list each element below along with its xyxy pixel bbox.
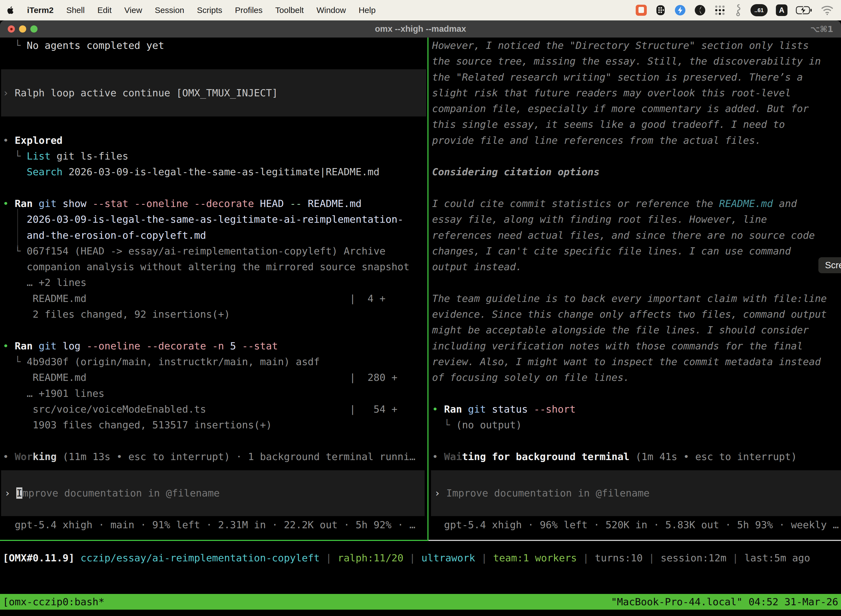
terminal-line: [3, 322, 428, 338]
text-segment: 2026-03-09-is-legal-the-same-as-legitima…: [63, 166, 379, 177]
close-button[interactable]: [8, 25, 15, 32]
text-segment: of focusing solely on file lines.: [432, 372, 629, 383]
dark-disc-icon[interactable]: [694, 4, 706, 16]
text-segment: Wor: [15, 451, 32, 462]
menu-items: iTerm2ShellEditViewSessionScriptsProfile…: [27, 6, 375, 15]
text-segment: --stat: [242, 340, 278, 352]
dots-grid-icon[interactable]: [714, 4, 726, 16]
agent-pane-left: └ No agents completed yet› Ralph loop ac…: [0, 38, 428, 540]
a-square-icon[interactable]: A: [776, 4, 787, 16]
screen-tooltip-label: Scre: [825, 260, 841, 270]
terminal-line: evidence. Since this change only affects…: [432, 307, 841, 322]
text-segment: 5: [230, 340, 242, 352]
text-segment: └: [3, 245, 27, 257]
text-segment: turns:10: [595, 552, 643, 563]
badge-bolt-icon[interactable]: [674, 4, 686, 16]
terminal-line: essay file, along with finding root file…: [432, 211, 841, 227]
text-segment: README.md | 280 +: [3, 372, 397, 383]
text-segment: Considering citation options: [432, 166, 599, 177]
terminal-line: └ List git ls-files: [3, 148, 428, 164]
text-segment: mprove documentation in @filename: [22, 487, 220, 499]
text-segment: README.md: [719, 198, 773, 209]
text-segment: ultrawork: [421, 552, 475, 563]
terminal-line: [432, 180, 841, 196]
terminal-line: this single essay, it seems like a good …: [432, 116, 841, 132]
screen-tooltip: Scre: [818, 257, 841, 273]
terminal-line: companion file, especially if more comme…: [432, 101, 841, 116]
menu-item-toolbelt[interactable]: Toolbelt: [275, 6, 304, 15]
terminal-line: README.md | 4 +: [3, 290, 428, 307]
text-segment: this single essay, it seems like a good …: [432, 119, 785, 130]
window-shortcut-badge: ⌥⌘1: [810, 24, 841, 34]
text-segment: (no output): [456, 419, 522, 431]
text-segment: └: [3, 150, 27, 162]
terminal-scrollback: └ No agents completed yet› Ralph loop ac…: [3, 38, 428, 465]
apple-menu-icon[interactable]: [7, 5, 15, 15]
prompt-input-left[interactable]: › Improve documentation in @filename: [1, 470, 425, 516]
battery-charging-icon[interactable]: [796, 4, 812, 16]
text-segment: └: [3, 40, 27, 51]
menu-item-profiles[interactable]: Profiles: [235, 6, 262, 15]
text-segment: … +2 lines: [3, 277, 86, 288]
menu-item-edit[interactable]: Edit: [97, 6, 112, 15]
text-segment: output instead.: [432, 261, 522, 273]
terminal-line: • Ran git status --short: [432, 401, 841, 417]
text-segment: show: [63, 198, 92, 209]
pane-divider[interactable]: [428, 38, 428, 541]
keypad-shield-icon[interactable]: [655, 4, 666, 16]
screen-share-icon[interactable]: [636, 4, 647, 16]
text-segment: slight risk that future readers may over…: [432, 87, 791, 98]
macos-menu-bar: iTerm2ShellEditViewSessionScriptsProfile…: [0, 0, 841, 21]
tmux-window-name[interactable]: [omx-cczip0:bash*: [3, 594, 104, 610]
menu-item-scripts[interactable]: Scripts: [197, 6, 223, 15]
text-segment: ›: [4, 487, 16, 499]
text-segment: git: [468, 403, 492, 415]
text-segment: [OMX#0.11.9]: [3, 552, 75, 563]
terminal-line: … +2 lines: [3, 274, 428, 290]
text-segment: List: [27, 150, 51, 162]
menu-item-view[interactable]: View: [125, 6, 142, 15]
terminal-scrollback: However, I noticed the "Directory Struct…: [432, 38, 841, 465]
text-segment: |: [403, 552, 421, 563]
window-title: omx --xhigh --madmax: [0, 24, 841, 34]
text-segment: src/voice/voiceModeEnabled.ts | 54 +: [3, 403, 397, 415]
traffic-lights: [0, 25, 38, 32]
menu-item-help[interactable]: Help: [359, 6, 376, 15]
text-segment: (11m 13s • esc to interrupt) · 1 backgro…: [57, 451, 415, 462]
text-segment: ting for background terminal: [462, 451, 629, 462]
menu-bar-tray: ..61 A: [636, 4, 834, 16]
text-segment: ralph:11/20: [338, 552, 403, 563]
menu-item-shell[interactable]: Shell: [66, 6, 85, 15]
menu-item-iterm2[interactable]: iTerm2: [27, 6, 54, 15]
zoom-button[interactable]: [30, 25, 38, 32]
hook-icon[interactable]: [734, 4, 742, 16]
prompt-input-right[interactable]: › Improve documentation in @filename: [431, 470, 841, 516]
menu-item-session[interactable]: Session: [155, 6, 184, 15]
text-segment: •: [432, 451, 444, 462]
terminal-line: of focusing solely on file lines.: [432, 370, 841, 385]
text-cursor: I: [16, 487, 22, 499]
text-segment: the "Related research writing" section i…: [432, 72, 803, 83]
text-segment: 1903 files changed, 513517 insertions(+): [3, 419, 272, 431]
menu-item-window[interactable]: Window: [316, 6, 346, 15]
window-title-bar: omx --xhigh --madmax ⌥⌘1: [0, 21, 841, 38]
active-pane-border: [0, 540, 428, 541]
text-segment: companion file, especially if more comme…: [432, 103, 809, 114]
battery-61-badge[interactable]: ..61: [750, 4, 768, 16]
text-segment: --oneline --decorate: [86, 340, 212, 352]
text-segment: git: [39, 340, 63, 352]
minimize-button[interactable]: [19, 25, 26, 32]
terminal-line: The team guideline is to back every impo…: [432, 290, 841, 307]
text-segment: essay file, along with finding root file…: [432, 214, 767, 225]
terminal-line: Search 2026-03-09-is-legal-the-same-as-l…: [3, 164, 428, 180]
wifi-icon[interactable]: [820, 4, 834, 16]
text-segment: last:5m ago: [744, 552, 810, 563]
terminal-line: output instead.: [432, 259, 841, 274]
text-segment: including verification notes with those …: [432, 340, 803, 352]
text-segment: git ls-files: [50, 150, 128, 162]
terminal-line: • Ran git show --stat --oneline --decora…: [3, 196, 428, 211]
text-segment: └: [432, 419, 456, 431]
text-segment: companion analysis without altering the …: [3, 261, 409, 273]
text-segment: •: [3, 340, 15, 352]
text-segment: --stat --oneline --decorate: [92, 198, 260, 209]
